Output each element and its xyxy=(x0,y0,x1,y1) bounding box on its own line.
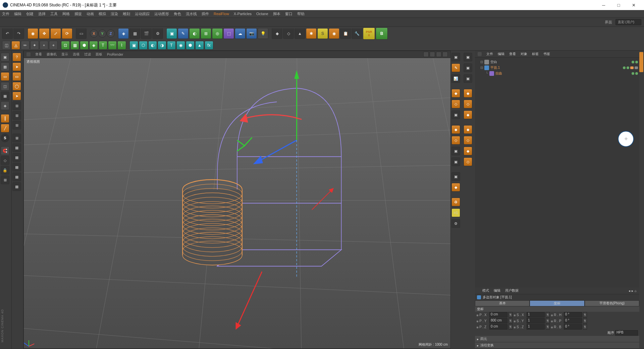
rotate-tool[interactable]: ⟳ xyxy=(62,28,72,39)
rp-a[interactable]: ▣ xyxy=(451,53,460,61)
obj-menu-3[interactable]: 对象 xyxy=(521,52,527,56)
xp-s[interactable]: S xyxy=(317,28,328,39)
attr-menu-0[interactable]: 模式 xyxy=(482,288,489,293)
lp-work-icon[interactable]: ◇ xyxy=(1,156,9,165)
rp-i[interactable]: ▣ xyxy=(451,147,460,155)
lp2-help-icon[interactable]: ? xyxy=(12,53,21,61)
menu-20[interactable]: 窗口 xyxy=(285,11,292,16)
tb2-6[interactable]: ⌖ xyxy=(49,41,58,50)
menu-19[interactable]: 脚本 xyxy=(273,11,280,16)
lp2-lasso-icon[interactable]: ◯ xyxy=(12,82,21,91)
rp-eq-icon[interactable]: =1 xyxy=(451,208,460,217)
menu-18[interactable]: Octane xyxy=(256,12,268,16)
field-R . H[interactable]: 0 ° xyxy=(564,312,582,317)
maximize-button[interactable]: □ xyxy=(611,0,626,10)
rp2-g[interactable]: ◆ xyxy=(464,125,472,134)
effector-4[interactable]: ◑ xyxy=(158,41,166,50)
attr-nav[interactable]: ▸ xyxy=(632,289,633,293)
move-tool[interactable]: ✥ xyxy=(39,28,50,39)
xp-6[interactable]: ◉ xyxy=(329,28,339,39)
vp-menu-0[interactable]: 查看 xyxy=(35,52,42,57)
mograph-spline[interactable]: ⌇ xyxy=(117,41,126,50)
lp-s-icon[interactable]: S xyxy=(1,134,9,142)
menu-14[interactable]: 流水线 xyxy=(186,11,197,16)
rp2-j[interactable]: ◇ xyxy=(464,157,472,166)
attr-tab-1[interactable]: 坐标 xyxy=(530,300,584,306)
rp-cycle-icon[interactable]: ♻ xyxy=(451,198,460,206)
redo-button[interactable]: ↷ xyxy=(13,28,24,39)
field-P . Y[interactable]: 800 cm xyxy=(489,318,507,323)
rp-e[interactable]: ◇ xyxy=(451,100,460,108)
vp-menu-6[interactable]: ProRender xyxy=(107,53,123,56)
menu-3[interactable]: 选择 xyxy=(38,11,46,16)
menu-16[interactable]: RealFlow xyxy=(214,12,229,16)
effector-8[interactable]: ▲ xyxy=(195,41,204,50)
menu-9[interactable]: 渲染 xyxy=(111,11,118,16)
lp-model-icon[interactable]: ▦ xyxy=(1,92,9,100)
light[interactable]: 💡 xyxy=(258,28,268,39)
vp-menu-5[interactable]: 面板 xyxy=(96,52,102,57)
rp-l[interactable]: ◆ xyxy=(451,183,460,192)
attr-menu-1[interactable]: 编辑 xyxy=(494,288,500,293)
vp-menu-3[interactable]: 选项 xyxy=(73,52,79,57)
lp2-grid3-icon[interactable]: ⊞ xyxy=(12,121,21,130)
menu-4[interactable]: 工具 xyxy=(50,11,58,16)
menu-8[interactable]: 模拟 xyxy=(99,11,106,16)
lp2-move-icon[interactable]: ➤ xyxy=(12,92,21,100)
effector-7[interactable]: ⬢ xyxy=(186,41,195,50)
menu-13[interactable]: 角色 xyxy=(174,11,181,16)
rp-j[interactable]: ▣ xyxy=(451,157,460,166)
menu-6[interactable]: 捕捉 xyxy=(74,11,82,16)
rp-d[interactable]: ◆ xyxy=(451,89,460,98)
generator-nurbs[interactable]: ◐ xyxy=(189,28,200,39)
viewport-canvas[interactable]: 透视视图 网格间距 : 1000 cm xyxy=(24,58,450,348)
attr-tab-0[interactable]: 基本 xyxy=(475,300,530,306)
last-tool[interactable]: ▭ xyxy=(76,28,87,39)
menu-7[interactable]: 动画 xyxy=(87,11,94,16)
rp2-d[interactable]: ◆ xyxy=(464,89,472,98)
lp2-grid2-icon[interactable]: ⊞ xyxy=(12,111,21,120)
mograph-tracer[interactable]: 〰 xyxy=(108,41,117,50)
close-button[interactable]: ✕ xyxy=(626,0,641,10)
effector-9[interactable]: fx xyxy=(205,41,213,50)
xp-7[interactable]: 📋 xyxy=(340,28,351,39)
rp-f[interactable]: ▣ xyxy=(451,110,460,119)
spline-pen[interactable]: ✎ xyxy=(178,28,189,39)
undo-button[interactable]: ↶ xyxy=(2,28,13,39)
menu-12[interactable]: 运动图形 xyxy=(154,11,169,16)
rp2-c[interactable]: ▣ xyxy=(464,74,472,83)
field-P . X[interactable]: 0 cm xyxy=(489,312,507,317)
rp-h[interactable]: ◇ xyxy=(451,136,460,145)
vp-nav-0[interactable] xyxy=(423,52,429,57)
rp-k[interactable]: ▣ xyxy=(451,172,460,181)
effector-5[interactable]: T xyxy=(167,41,176,50)
fold-quaternion[interactable]: ▸ 四元 xyxy=(475,336,639,342)
primitive-cube[interactable]: ▣ xyxy=(166,28,177,39)
vp-nav-3[interactable] xyxy=(442,52,448,57)
lp-magnet-icon[interactable]: 🧲 xyxy=(1,146,9,155)
obj-row-0[interactable]: ⊟空白 xyxy=(476,59,638,65)
mograph-fracture[interactable]: ⬢ xyxy=(80,41,89,50)
menu-1[interactable]: 编辑 xyxy=(14,11,21,16)
generator-boole[interactable]: ◎ xyxy=(212,28,223,39)
lp2-grid1-icon[interactable]: ⊞ xyxy=(12,101,21,110)
obj-menu-4[interactable]: 标签 xyxy=(532,52,539,56)
lp2-x-icon[interactable]: ⊠ xyxy=(12,134,21,142)
lp-plane-icon[interactable]: ▭ xyxy=(1,72,9,81)
rp-c[interactable]: 📊 xyxy=(451,74,460,83)
rp2-e[interactable]: ◇ xyxy=(464,100,472,108)
xp-2[interactable]: ◇ xyxy=(283,28,294,39)
attr-menu-2[interactable]: 用户数据 xyxy=(505,288,519,293)
minimize-button[interactable]: ─ xyxy=(596,0,611,10)
tb2-5[interactable]: ⚬ xyxy=(40,41,48,50)
rp2-f[interactable]: ◆ xyxy=(464,110,472,119)
rp-g[interactable]: ◆ xyxy=(451,125,460,134)
lp-checker-icon[interactable]: ▩ xyxy=(1,62,9,71)
obj-row-1[interactable]: ⊟平面.1 xyxy=(476,65,638,70)
camera[interactable]: 📷 xyxy=(246,28,257,39)
lp2-c-icon[interactable]: ▦ xyxy=(12,163,21,171)
select-tool[interactable]: ◉ xyxy=(28,28,38,39)
lp-grid-icon[interactable]: ⊞ xyxy=(1,176,9,184)
menu-15[interactable]: 插件 xyxy=(202,11,209,16)
layout-select[interactable]: 直彩 (用户) xyxy=(615,19,641,25)
